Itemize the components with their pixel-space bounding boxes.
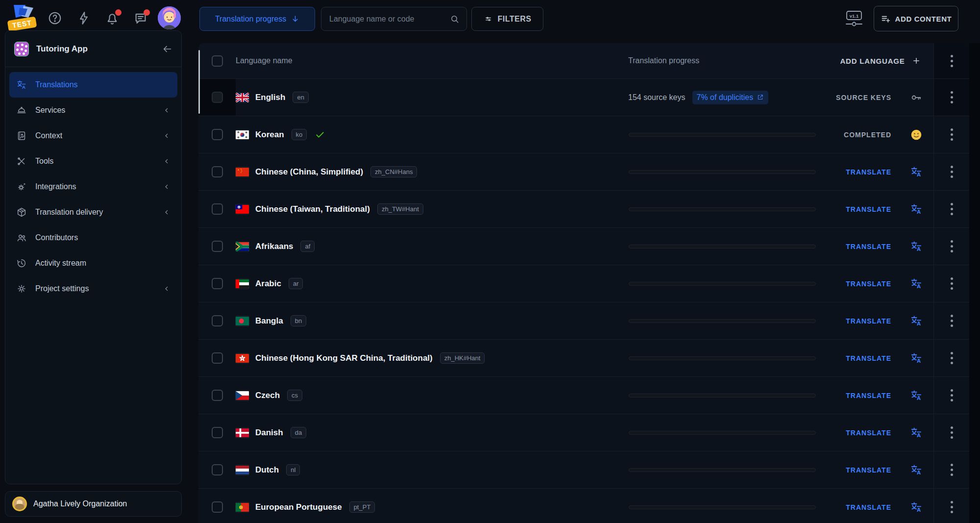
progress-bar[interactable]	[629, 431, 816, 435]
bell-icon[interactable]	[105, 11, 120, 25]
progress-bar[interactable]	[629, 319, 816, 323]
translate-icon[interactable]: A	[910, 166, 923, 178]
row-checkbox[interactable]	[212, 203, 223, 215]
row-kebab-menu[interactable]	[933, 191, 969, 227]
row-checkbox[interactable]	[212, 315, 223, 326]
row-checkbox[interactable]	[212, 166, 223, 177]
sidebar-item-integrations[interactable]: Integrations	[9, 174, 177, 199]
table-row: Dutch nl TRANSLATE A	[198, 451, 969, 488]
key-icon[interactable]	[910, 91, 923, 104]
translate-icon[interactable]: A	[910, 277, 923, 290]
search-icon[interactable]	[450, 14, 460, 24]
chat-icon[interactable]	[133, 11, 148, 25]
progress-bar[interactable]	[629, 207, 816, 211]
status-cell: TRANSLATE A	[827, 153, 933, 190]
page-scrollbar-gutter[interactable]	[969, 43, 980, 523]
svg-text:v1.1: v1.1	[850, 13, 859, 19]
language-cell: Korean ko	[236, 116, 628, 153]
progress-bar[interactable]	[629, 468, 816, 472]
row-kebab-menu[interactable]	[933, 489, 969, 523]
help-icon[interactable]	[48, 11, 62, 25]
language-code-chip: zh_HK#Hant	[440, 352, 485, 364]
row-checkbox[interactable]	[212, 129, 223, 140]
sidebar-item-activity-stream[interactable]: Activity stream	[9, 250, 177, 276]
progress-cell	[628, 302, 827, 339]
row-checkbox[interactable]	[212, 352, 223, 364]
row-kebab-menu[interactable]	[933, 79, 969, 116]
filters-button[interactable]: FILTERS	[471, 7, 543, 31]
translate-icon[interactable]: A	[910, 464, 923, 476]
translate-icon[interactable]: A	[910, 501, 923, 514]
language-name: Danish	[255, 428, 283, 438]
status-cell: TRANSLATE A	[827, 265, 933, 302]
row-checkbox[interactable]	[212, 501, 223, 513]
language-name: European Portuguese	[255, 502, 342, 512]
project-header[interactable]: Tutoring App	[5, 31, 181, 67]
row-checkbox[interactable]	[212, 390, 223, 401]
translate-icon[interactable]: A	[910, 426, 923, 439]
sidebar-item-translation-delivery[interactable]: Translation delivery	[9, 199, 177, 225]
row-kebab-menu[interactable]	[933, 265, 969, 302]
progress-bar[interactable]	[629, 282, 816, 286]
chevron-left-icon	[163, 183, 171, 191]
sidebar-item-translations[interactable]: ATranslations	[9, 72, 177, 98]
header-kebab-menu[interactable]	[933, 43, 969, 78]
sidebar: Tutoring App ATranslationsServicesContex…	[5, 30, 182, 484]
lightning-icon[interactable]	[76, 11, 91, 25]
progress-bar[interactable]	[629, 356, 816, 360]
duplicities-link[interactable]: 7% of duplicities	[692, 91, 769, 104]
row-checkbox[interactable]	[212, 464, 223, 475]
add-language-button[interactable]: ADD LANGUAGE	[827, 56, 933, 65]
translate-icon[interactable]: A	[910, 389, 923, 402]
language-cell: Chinese (Taiwan, Traditional) zh_TW#Hant	[236, 191, 628, 227]
collapse-sidebar-icon[interactable]	[162, 44, 172, 54]
chevron-left-icon	[163, 285, 171, 293]
version-branch-icon[interactable]: v1.1	[844, 10, 864, 28]
row-checkbox[interactable]	[212, 278, 223, 289]
row-kebab-menu[interactable]	[933, 302, 969, 339]
search-input[interactable]	[328, 14, 450, 24]
row-kebab-menu[interactable]	[933, 414, 969, 451]
smiley-icon[interactable]	[910, 128, 923, 141]
translate-icon[interactable]: A	[910, 203, 923, 216]
svg-text:A: A	[917, 432, 921, 438]
vertical-scrollbar[interactable]	[198, 50, 200, 114]
table-row: European Portuguese pt_PT TRANSLATE A	[198, 488, 969, 523]
row-kebab-menu[interactable]	[933, 153, 969, 190]
table-row: Czech cs TRANSLATE A	[198, 376, 969, 414]
row-checkbox-cell	[198, 489, 236, 523]
progress-cell	[628, 451, 827, 488]
language-cell: Czech cs	[236, 377, 628, 414]
progress-bar[interactable]	[629, 505, 816, 509]
organization-switcher[interactable]: Agatha Lively Organization	[5, 491, 182, 517]
add-content-button[interactable]: ADD CONTENT	[874, 6, 958, 31]
row-checkbox[interactable]	[212, 427, 223, 438]
user-avatar[interactable]	[158, 6, 181, 29]
row-kebab-menu[interactable]	[933, 116, 969, 153]
sidebar-item-context[interactable]: Context	[9, 123, 177, 149]
status-label: TRANSLATE	[846, 205, 891, 213]
select-all-checkbox[interactable]	[212, 55, 223, 67]
sidebar-item-project-settings[interactable]: Project settings	[9, 276, 177, 301]
translate-icon[interactable]: A	[910, 352, 923, 365]
row-kebab-menu[interactable]	[933, 340, 969, 376]
progress-bar[interactable]	[629, 170, 816, 174]
row-kebab-menu[interactable]	[933, 451, 969, 488]
row-checkbox-cell	[198, 116, 236, 153]
row-kebab-menu[interactable]	[933, 377, 969, 414]
translate-icon[interactable]: A	[910, 315, 923, 327]
sort-dropdown-button[interactable]: Translation progress	[199, 7, 315, 31]
sidebar-item-contributors[interactable]: Contributors	[9, 225, 177, 250]
progress-bar[interactable]	[629, 245, 816, 249]
sidebar-item-services[interactable]: Services	[9, 98, 177, 123]
progress-bar[interactable]	[629, 394, 816, 398]
row-checkbox[interactable]	[212, 241, 223, 252]
sidebar-item-tools[interactable]: Tools	[9, 149, 177, 174]
sidebar-item-label: Activity stream	[35, 259, 171, 268]
row-checkbox[interactable]	[212, 92, 223, 103]
translate-icon[interactable]: A	[910, 240, 923, 253]
language-cell: Afrikaans af	[236, 228, 628, 265]
row-kebab-menu[interactable]	[933, 228, 969, 265]
app-logo[interactable]: TEST	[9, 3, 40, 34]
progress-bar[interactable]	[629, 133, 816, 137]
